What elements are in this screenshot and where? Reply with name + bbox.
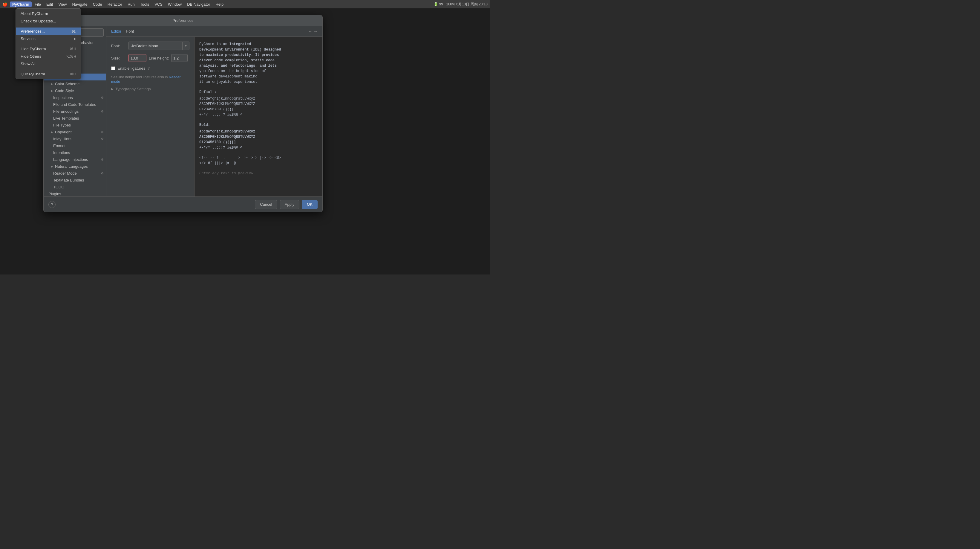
tree-color-scheme[interactable]: ▶ Color Scheme — [44, 80, 106, 87]
cancel-button[interactable]: Cancel — [255, 200, 277, 209]
breadcrumb-font: Font — [126, 29, 134, 34]
ok-button[interactable]: OK — [302, 200, 318, 209]
dialog-titlebar: Preferences — [44, 15, 322, 26]
tree-intentions[interactable]: Intentions — [44, 149, 106, 156]
preview-bold-nums: 0123456789 (){}[] — [199, 140, 318, 145]
font-value: JetBrains Mono — [129, 44, 182, 48]
preview-default-upper: ABCDEFGHIJKLMNOPQRSTUVWXYZ — [199, 101, 318, 107]
tree-natural-languages[interactable]: ▶ Natural Languages — [44, 163, 106, 170]
help-button[interactable]: ? — [48, 201, 56, 208]
menu-quit[interactable]: Quit PyCharm ⌘Q — [16, 70, 81, 78]
line-height-label: Line height: — [149, 56, 169, 61]
hint-text-row: See line height and ligatures also in Re… — [111, 75, 189, 84]
tree-file-types[interactable]: File Types — [44, 122, 106, 129]
tree-reader-mode[interactable]: Reader Mode ⚙ — [44, 170, 106, 177]
dialog-body: 🔍 ▶ Appearance & Behavior Keymap ▼ Edito… — [44, 26, 322, 196]
breadcrumb-editor[interactable]: Editor — [111, 29, 121, 34]
preferences-dialog: Preferences 🔍 ▶ Appearance & Behavior Ke… — [43, 15, 323, 212]
preview-description: PyCharm is an Integrated Development Env… — [199, 41, 318, 85]
menu-vcs[interactable]: VCS — [152, 2, 165, 7]
menu-services[interactable]: Services — [16, 35, 81, 43]
menu-show-all[interactable]: Show All — [16, 60, 81, 68]
preview-ligatures-1: <!-- -- != := === >= >- >=> |-> -> <$> — [199, 155, 318, 161]
typography-row[interactable]: ▶ Typography Settings — [111, 87, 189, 91]
menu-window[interactable]: Window — [165, 2, 184, 7]
ligatures-row: Enable ligatures ? — [111, 66, 189, 70]
font-dropdown-arrow-icon[interactable]: ▼ — [182, 42, 189, 49]
preview-bold-upper: ABCDEFGHIJKLMNOPQRSTUVWXYZ — [199, 134, 318, 140]
tree-todo[interactable]: TODO — [44, 184, 106, 190]
hide-shortcut: ⌘H — [70, 47, 76, 51]
menu-check-updates[interactable]: Check for Updates... — [16, 18, 81, 25]
menu-preferences[interactable]: Preferences... ⌘, — [16, 27, 81, 35]
menu-navigate[interactable]: Navigate — [70, 2, 90, 7]
font-settings-panel: Font: JetBrains Mono ▼ Size: Line height… — [107, 37, 194, 196]
quit-shortcut: ⌘Q — [70, 72, 76, 76]
menubar-right: 🔋 99+ 100% 6月13日 周四 23:18 — [434, 2, 488, 7]
menu-view[interactable]: View — [56, 2, 69, 7]
tree-code-style[interactable]: ▶ Code Style — [44, 87, 106, 94]
tree-copyright[interactable]: ▶ Copyright ⚙ — [44, 129, 106, 136]
default-label: Default: — [199, 89, 318, 95]
tree-textmate[interactable]: TextMate Bundles — [44, 177, 106, 184]
breadcrumb-separator: › — [123, 29, 124, 34]
hint-pre-text: See line height and ligatures also in — [111, 75, 168, 79]
battery-status: 🔋 99+ 100% 6月13日 周四 23:18 — [434, 2, 488, 7]
preview-ligatures-2: </> #[ |||> |= ~@ — [199, 161, 318, 166]
preview-default-nums: 0123456789 (){}[] — [199, 107, 318, 112]
content-header: Editor › Font ← → — [107, 26, 322, 37]
menu-hide-pycharm[interactable]: Hide PyCharm ⌘H — [16, 45, 81, 53]
preview-panel: PyCharm is an Integrated Development Env… — [194, 37, 322, 196]
tree-file-code-templates[interactable]: File and Code Templates — [44, 101, 106, 108]
font-dropdown[interactable]: JetBrains Mono ▼ — [129, 41, 189, 50]
separator-1 — [16, 26, 81, 26]
preview-default-sym: +-*/= .,;:!? #&$%@|^ — [199, 112, 318, 118]
preview-bold-lower: abcdefghijklmnopqrstuvwxyz — [199, 129, 318, 134]
tree-live-templates[interactable]: Live Templates — [44, 115, 106, 122]
tree-inspections[interactable]: Inspections ⚙ — [44, 94, 106, 101]
right-content: Editor › Font ← → Font: JetBrains Mono — [107, 26, 322, 196]
app-menu[interactable]: PyCharm — [10, 2, 32, 7]
tree-plugins[interactable]: Plugins — [44, 190, 106, 196]
nav-back[interactable]: ← — [308, 29, 312, 34]
tree-file-encodings[interactable]: File Encodings ⚙ — [44, 108, 106, 115]
tree-emmet[interactable]: Emmet — [44, 142, 106, 149]
bold-label: Bold: — [199, 122, 318, 128]
app-dropdown-menu: About PyCharm Check for Updates... Prefe… — [16, 8, 81, 79]
menu-refactor[interactable]: Refactor — [105, 2, 124, 7]
font-row: Font: JetBrains Mono ▼ — [111, 41, 189, 50]
nav-arrows: ← → — [308, 29, 318, 34]
size-row: Size: Line height: — [111, 54, 189, 62]
dialog-title: Preferences — [172, 18, 193, 23]
size-label: Size: — [111, 56, 126, 61]
tree-language-injections[interactable]: Language Injections ⚙ — [44, 156, 106, 163]
tree-inlay-hints[interactable]: Inlay Hints ⚙ — [44, 136, 106, 142]
dialog-footer: ? Cancel Apply OK — [44, 196, 322, 212]
ligatures-checkbox[interactable] — [111, 66, 115, 70]
preferences-shortcut: ⌘, — [72, 29, 76, 34]
nav-forward[interactable]: → — [313, 29, 318, 34]
preview-bold-sym: +-*/= .,;:!? #&$%@|^ — [199, 145, 318, 150]
size-input[interactable] — [129, 54, 146, 62]
menu-run[interactable]: Run — [125, 2, 137, 7]
menu-about[interactable]: About PyCharm — [16, 10, 81, 18]
hide-others-shortcut: ⌥⌘H — [66, 54, 76, 59]
font-label: Font: — [111, 44, 126, 48]
apply-button[interactable]: Apply — [280, 200, 300, 209]
menu-dbnavigator[interactable]: DB Navigator — [185, 2, 212, 7]
ligatures-label[interactable]: Enable ligatures — [118, 66, 145, 70]
apple-icon[interactable]: 🍎 — [2, 2, 8, 6]
menu-file[interactable]: File — [32, 2, 43, 7]
line-height-input[interactable] — [171, 54, 188, 62]
menubar: 🍎 PyCharm File Edit View Navigate Code R… — [0, 0, 490, 8]
menu-code[interactable]: Code — [91, 2, 105, 7]
footer-buttons: Cancel Apply OK — [255, 200, 318, 209]
content-main: Font: JetBrains Mono ▼ Size: Line height… — [107, 37, 322, 196]
menu-tools[interactable]: Tools — [138, 2, 151, 7]
typography-arrow-icon: ▶ — [111, 87, 113, 91]
menu-help[interactable]: Help — [213, 2, 226, 7]
menu-hide-others[interactable]: Hide Others ⌥⌘H — [16, 53, 81, 60]
typography-label: Typography Settings — [115, 87, 151, 91]
menu-edit[interactable]: Edit — [44, 2, 55, 7]
help-icon[interactable]: ? — [148, 66, 150, 70]
